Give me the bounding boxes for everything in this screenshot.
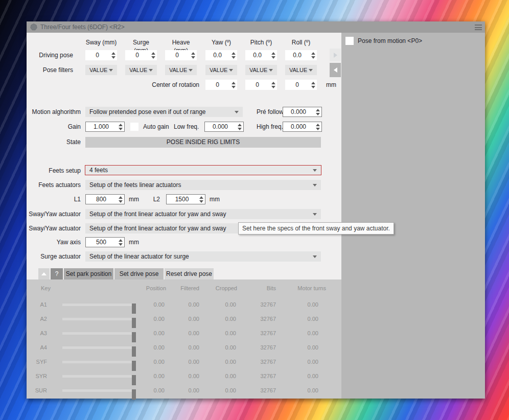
low-freq-spinner[interactable]: 0.000 xyxy=(204,122,244,132)
chevron-down-icon xyxy=(309,69,313,72)
position-slider[interactable] xyxy=(62,375,135,378)
pose-filter-heave-dropdown[interactable]: VALUE xyxy=(165,65,197,75)
spinner-up-down-icon[interactable] xyxy=(314,124,321,130)
row-key: A2 xyxy=(31,314,47,324)
motor-turns-value: 0.00 xyxy=(283,299,318,310)
cropped-value: 0.00 xyxy=(200,342,236,353)
driving-pose-surge-spinner[interactable]: 0 xyxy=(125,50,157,60)
motor-turns-value: 0.00 xyxy=(283,314,318,324)
position-slider[interactable] xyxy=(62,332,135,335)
filtered-value: 0.00 xyxy=(164,357,199,367)
driving-pose-pitch-spinner[interactable]: 0.0 xyxy=(245,50,277,60)
chevron-down-icon xyxy=(149,69,153,72)
chevron-down-icon xyxy=(313,184,317,186)
position-slider[interactable] xyxy=(62,361,135,363)
spinner-up-down-icon[interactable] xyxy=(117,239,124,246)
spinner-up-down-icon[interactable] xyxy=(229,82,237,88)
spinner-up-down-icon[interactable] xyxy=(236,124,243,130)
auto-gain-checkbox[interactable] xyxy=(130,123,138,131)
center-of-rotation-z-spinner[interactable]: 0 xyxy=(285,80,317,90)
surge-actuator-dropdown[interactable]: Setup of the linear actuator for surge xyxy=(85,251,321,262)
motor-turns-value: 0.00 xyxy=(283,357,318,367)
spinner-value: 0 xyxy=(85,52,109,59)
chevron-down-icon xyxy=(313,213,317,216)
receive-pose-button[interactable] xyxy=(330,63,341,77)
spinner-value: 0.000 xyxy=(205,123,236,130)
cropped-value: 0.00 xyxy=(200,328,236,338)
spinner-value: 800 xyxy=(86,196,117,203)
spinner-value: 1500 xyxy=(167,196,197,203)
spinner-up-down-icon[interactable] xyxy=(229,52,237,59)
spinner-up-down-icon[interactable] xyxy=(309,52,317,59)
spinner-up-down-icon[interactable] xyxy=(117,124,124,130)
help-button[interactable]: ? xyxy=(51,268,63,279)
row-key: SYR xyxy=(31,371,47,381)
motion-algorithm-dropdown[interactable]: Follow pretended pose even if out of ran… xyxy=(85,107,243,117)
driving-pose-heave-spinner[interactable]: 0 xyxy=(165,50,197,60)
spinner-value: 0 xyxy=(165,52,189,59)
filtered-value: 0.00 xyxy=(164,328,199,338)
play-icon xyxy=(334,53,337,58)
outputs-header-motor-turns: Motor turns xyxy=(280,284,326,292)
rig-window: Three/Four feets (6DOF) <R2> Pose from m… xyxy=(27,21,485,399)
spinner-up-down-icon[interactable] xyxy=(149,52,157,59)
spinner-up-down-icon[interactable] xyxy=(197,196,205,203)
pose-filter-pitch-dropdown[interactable]: VALUE xyxy=(245,65,277,75)
yaw-axis-spinner[interactable]: 500 xyxy=(85,237,125,247)
collapse-icon xyxy=(41,272,47,275)
feets-actuators-dropdown[interactable]: Setup of the feets linear actuators xyxy=(85,180,321,190)
position-slider[interactable] xyxy=(62,318,135,320)
l2-spinner[interactable]: 1500 xyxy=(166,194,205,204)
bits-value: 32767 xyxy=(240,342,276,353)
position-slider[interactable] xyxy=(62,304,135,306)
driving-pose-sway-spinner[interactable]: 0 xyxy=(85,50,117,60)
spinner-value: 0.000 xyxy=(283,108,314,115)
spinner-up-down-icon[interactable] xyxy=(314,109,321,115)
spinner-up-down-icon[interactable] xyxy=(189,52,197,59)
yaw-axis-label: Yaw axis xyxy=(27,237,81,247)
row-key: SUR xyxy=(31,385,47,395)
set-park-position-button[interactable]: Set park position xyxy=(64,268,113,279)
position-slider[interactable] xyxy=(62,389,135,392)
spinner-up-down-icon[interactable] xyxy=(117,196,124,203)
driving-pose-roll-spinner[interactable]: 0.0 xyxy=(285,50,317,60)
collapse-button[interactable] xyxy=(38,268,50,279)
reset-drive-pose-button[interactable]: Reset drive pose xyxy=(165,268,214,279)
pose-filter-surge-dropdown[interactable]: VALUE xyxy=(125,65,157,75)
high-freq-spinner[interactable]: 0.000 xyxy=(283,122,322,132)
row-key: SYF xyxy=(31,357,47,367)
pose-filter-yaw-dropdown[interactable]: VALUE xyxy=(205,65,237,75)
spinner-up-down-icon[interactable] xyxy=(269,52,277,59)
hamburger-menu-icon[interactable] xyxy=(475,25,482,30)
spinner-up-down-icon[interactable] xyxy=(269,82,277,88)
feets-actuators-label: Feets actuators xyxy=(27,180,81,190)
spinner-value: 0.0 xyxy=(285,52,309,59)
send-pose-button[interactable] xyxy=(330,49,341,61)
center-of-rotation-y-spinner[interactable]: 0 xyxy=(245,80,277,90)
column-header-sway: Sway (mm) xyxy=(85,38,117,46)
sway-yaw-actuator-1-dropdown[interactable]: Setup of the front linear actuator for y… xyxy=(85,209,321,219)
cropped-value: 0.00 xyxy=(200,385,236,395)
pose-filter-roll-dropdown[interactable]: VALUE xyxy=(285,65,317,75)
spinner-up-down-icon[interactable] xyxy=(109,52,117,59)
gain-spinner[interactable]: 1.000 xyxy=(85,122,125,132)
driving-pose-yaw-spinner[interactable]: 0.0 xyxy=(205,50,237,60)
set-drive-pose-button[interactable]: Set drive pose xyxy=(114,268,164,279)
pose-from-motion-checkbox[interactable] xyxy=(345,37,354,45)
center-of-rotation-x-spinner[interactable]: 0 xyxy=(205,80,237,90)
feets-setup-dropdown[interactable]: 4 feets xyxy=(85,165,321,175)
outputs-panel: Key Position Filtered Cropped Bits Motor… xyxy=(27,279,341,399)
spinner-up-down-icon[interactable] xyxy=(309,82,317,88)
table-row-a1: A1 0.00 0.00 0.00 32767 0.00 xyxy=(27,299,341,310)
l1-spinner[interactable]: 800 xyxy=(85,194,125,204)
l2-label: L2 xyxy=(139,194,160,204)
chevron-down-icon xyxy=(313,255,317,258)
pose-filters-label: Pose filters xyxy=(27,65,73,75)
motor-turns-value: 0.00 xyxy=(283,385,318,395)
pose-filter-sway-dropdown[interactable]: VALUE xyxy=(85,65,117,75)
l1-label: L1 xyxy=(27,194,81,204)
titlebar[interactable]: Three/Four feets (6DOF) <R2> xyxy=(27,21,485,33)
position-slider[interactable] xyxy=(62,346,135,349)
pre-follow-spinner[interactable]: 0.000 xyxy=(283,107,322,117)
app-icon xyxy=(30,23,38,31)
